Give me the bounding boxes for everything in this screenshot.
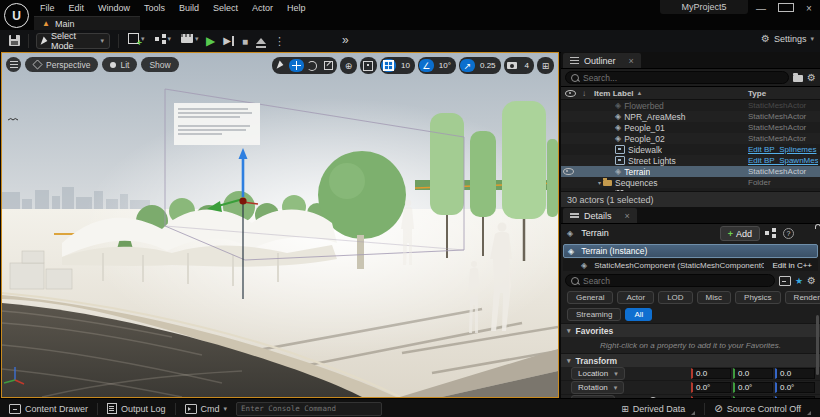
blueprints-button[interactable]: ▾ (155, 34, 172, 43)
favorites-star-icon[interactable]: ★ (795, 276, 803, 286)
move-tool-button[interactable] (289, 59, 304, 72)
transform-section-header[interactable]: ▾ Transform (561, 353, 820, 367)
edit-blueprint-link[interactable]: Edit BP_Splinemes (748, 145, 818, 154)
outliner-row-sidewalk[interactable]: SidewalkEdit BP_Splinemes (561, 144, 820, 155)
menu-item-build[interactable]: Build (172, 3, 206, 13)
settings-dropdown[interactable]: ⚙ Settings ▾ (761, 34, 814, 44)
edit-blueprint-link[interactable]: Edit BP_SpawnMes (748, 156, 818, 165)
content-drawer-button[interactable]: Content Drawer (0, 399, 97, 417)
add-component-button[interactable]: + Add (720, 226, 760, 241)
rotation-snap-value[interactable]: 10° (435, 61, 455, 70)
outliner-row-people-02[interactable]: ◈People_02StaticMeshActor (561, 133, 820, 144)
help-icon[interactable]: ? (783, 228, 794, 239)
outliner-row-terrain[interactable]: ◈TerrainStaticMeshActor (561, 166, 820, 177)
menu-item-window[interactable]: Window (91, 3, 137, 13)
perspective-dropdown[interactable]: Perspective (25, 57, 98, 72)
viewport[interactable]: Perspective Lit Show ⊕ (1, 52, 559, 398)
menu-item-tools[interactable]: Tools (137, 3, 172, 13)
rotation-snap-toggle[interactable]: ∠ (419, 59, 434, 72)
favorites-section-header[interactable]: ▾ Favorites (561, 323, 820, 337)
play-button[interactable]: ▶ (206, 34, 215, 48)
cinematics-button[interactable]: ▾ (181, 34, 199, 43)
filter-chip-streaming[interactable]: Streaming (567, 308, 621, 321)
rotate-tool-button[interactable] (305, 59, 320, 72)
view-mode-dropdown[interactable]: Lit (102, 57, 137, 72)
outliner-search[interactable] (565, 71, 789, 84)
component-tree-child-row[interactable]: ◈ StaticMeshComponent (StaticMeshCompone… (563, 259, 818, 271)
filter-chip-misc[interactable]: Misc (697, 291, 731, 304)
location-z-field[interactable]: 0.0 (775, 368, 815, 379)
outliner-row-seq-master-cameras[interactable]: Seq_Master_CamerasLevelSequenceAct (561, 188, 820, 191)
eject-button[interactable] (256, 38, 266, 44)
filter-chip-all[interactable]: All (625, 308, 652, 321)
location-y-field[interactable]: 0.0 (733, 368, 773, 379)
camera-speed-value[interactable]: 4 (521, 61, 533, 70)
rotation-y-field[interactable]: 0.0° (733, 382, 773, 393)
maximize-viewport-button[interactable]: ⊞ (538, 59, 553, 72)
component-tree-root-row[interactable]: ◈ Terrain (Instance) (563, 244, 818, 258)
play-options-button[interactable]: ⋮ (274, 35, 285, 48)
scale-snap-value[interactable]: 0.25 (476, 61, 500, 70)
location-dropdown[interactable]: Location▾ (571, 367, 625, 380)
details-search[interactable] (565, 274, 775, 287)
item-label-column[interactable]: Item Label (594, 89, 634, 98)
outliner-search-input[interactable] (583, 73, 783, 83)
cmd-dropdown[interactable]: Cmd ▾ (176, 399, 237, 417)
close-button[interactable]: × (802, 3, 816, 14)
blueprint-convert-icon[interactable] (765, 228, 776, 239)
tab-details[interactable]: Details × (563, 208, 637, 223)
maximize-button[interactable] (778, 3, 792, 14)
menu-item-edit[interactable]: Edit (62, 3, 92, 13)
outliner-row-flowerbed[interactable]: ◈FlowerbedStaticMeshActor (561, 100, 820, 111)
menu-item-file[interactable]: File (33, 3, 62, 13)
outliner-row-street-lights[interactable]: Street LightsEdit BP_SpawnMes (561, 155, 820, 166)
tab-main[interactable]: ▲ Main (34, 16, 140, 30)
save-icon[interactable] (9, 35, 20, 46)
close-tab-icon[interactable]: × (629, 56, 634, 66)
derived-data-button[interactable]: ⊞ Derived Data (612, 399, 704, 417)
visibility-column-icon[interactable] (565, 90, 576, 97)
grid-snap-toggle[interactable] (381, 59, 396, 72)
step-button[interactable]: ▶ (223, 36, 234, 46)
select-tool-button[interactable] (273, 59, 288, 72)
scale-tool-button[interactable] (321, 59, 336, 72)
type-column[interactable]: Type (748, 89, 766, 98)
menu-item-help[interactable]: Help (280, 3, 313, 13)
console-command-input[interactable] (241, 404, 377, 413)
outliner-settings-icon[interactable]: ⚙ (807, 73, 816, 83)
add-folder-icon[interactable] (793, 75, 803, 82)
outliner-row-npr-areamesh[interactable]: ◈NPR_AreaMeshStaticMeshActor (561, 111, 820, 122)
unreal-logo-icon[interactable]: U (4, 3, 29, 28)
edit-in-cpp-link[interactable]: Edit in C++ (772, 261, 812, 270)
pin-column-icon[interactable]: ↓ (582, 89, 586, 98)
scale-snap-toggle[interactable]: ↗ (460, 59, 475, 72)
filter-chip-lod[interactable]: LOD (658, 291, 692, 304)
minimize-button[interactable]: — (754, 3, 768, 14)
viewport-options-button[interactable] (6, 57, 21, 72)
filter-chip-actor[interactable]: Actor (617, 291, 654, 304)
rotation-z-field[interactable]: 0.0° (775, 382, 815, 393)
source-control-button[interactable]: ⊘ Source Control Off (705, 399, 820, 417)
add-actor-button[interactable]: ▾ (128, 33, 145, 44)
select-mode-dropdown[interactable]: Select Mode ▾ (36, 33, 110, 49)
rotation-dropdown[interactable]: Rotation▾ (571, 381, 624, 394)
stop-button[interactable]: ■ (242, 36, 248, 47)
visibility-eye-icon[interactable] (563, 168, 574, 175)
outliner-row-people-01[interactable]: ◈People_01StaticMeshActor (561, 122, 820, 133)
filter-chip-general[interactable]: General (567, 291, 613, 304)
display-options-icon[interactable] (779, 276, 791, 286)
outliner-row-sequences[interactable]: ▾SequencesFolder (561, 177, 820, 188)
tab-outliner[interactable]: Outliner × (563, 53, 641, 68)
show-dropdown[interactable]: Show (141, 57, 178, 72)
filter-chip-physics[interactable]: Physics (735, 291, 781, 304)
viewport-scene[interactable] (2, 53, 558, 397)
details-scrollbar[interactable] (816, 315, 819, 375)
camera-speed-button[interactable] (505, 59, 520, 72)
grid-snap-value[interactable]: 10 (397, 61, 414, 70)
world-local-toggle[interactable]: ⊕ (341, 59, 356, 72)
location-x-field[interactable]: 0.0 (691, 368, 731, 379)
close-tab-icon[interactable]: × (625, 211, 630, 221)
details-settings-icon[interactable]: ⚙ (807, 276, 816, 286)
surface-snap-button[interactable] (361, 59, 376, 72)
details-search-input[interactable] (583, 276, 769, 286)
